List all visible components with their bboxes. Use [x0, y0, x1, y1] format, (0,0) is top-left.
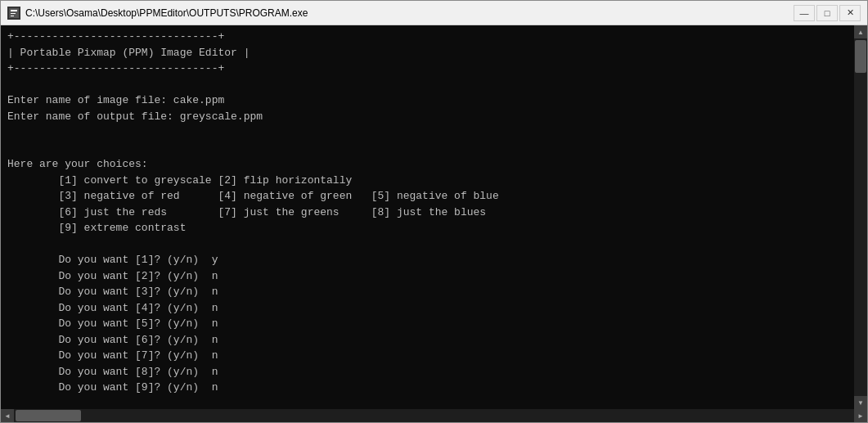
horizontal-scrollbar[interactable]: ◄ ► — [1, 409, 867, 422]
vertical-scrollbar[interactable]: ▲ ▼ — [854, 25, 867, 409]
maximize-button[interactable]: □ — [816, 5, 838, 21]
window-controls: — □ ✕ — [794, 5, 861, 21]
scroll-up-button[interactable]: ▲ — [854, 25, 867, 38]
svg-rect-1 — [11, 10, 17, 11]
scroll-h-thumb[interactable] — [16, 410, 81, 421]
title-bar-left: C:\Users\Osama\Desktop\PPMEditor\OUTPUTS… — [7, 7, 308, 20]
scroll-down-button[interactable]: ▼ — [854, 396, 867, 409]
scroll-track[interactable] — [854, 38, 867, 396]
console-container: +--------------------------------+ | Por… — [1, 25, 867, 409]
svg-rect-3 — [11, 16, 14, 16]
scroll-right-button[interactable]: ► — [854, 409, 867, 422]
console-output: +--------------------------------+ | Por… — [1, 25, 854, 409]
window-title: C:\Users\Osama\Desktop\PPMEditor\OUTPUTS… — [25, 7, 308, 19]
scroll-thumb[interactable] — [855, 40, 866, 73]
app-icon — [7, 7, 20, 20]
main-window: C:\Users\Osama\Desktop\PPMEditor\OUTPUTS… — [0, 0, 868, 423]
svg-rect-2 — [11, 13, 16, 14]
scroll-h-track[interactable] — [14, 409, 854, 422]
close-button[interactable]: ✕ — [839, 5, 861, 21]
minimize-button[interactable]: — — [794, 5, 815, 21]
title-bar: C:\Users\Osama\Desktop\PPMEditor\OUTPUTS… — [1, 1, 867, 25]
scroll-left-button[interactable]: ◄ — [1, 409, 14, 422]
